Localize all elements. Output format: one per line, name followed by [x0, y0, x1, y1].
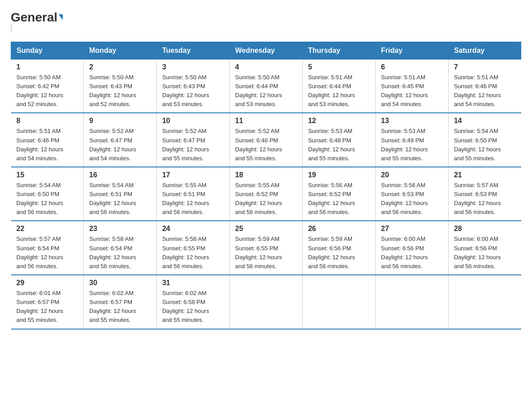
header-wednesday: Wednesday [230, 42, 303, 59]
logo-general-text: General [11, 11, 57, 25]
calendar-cell: 22 Sunrise: 5:57 AMSunset: 6:54 PMDaylig… [11, 221, 84, 275]
day-info: Sunrise: 5:51 AMSunset: 6:45 PMDaylight:… [381, 74, 428, 107]
day-info: Sunrise: 5:57 AMSunset: 6:54 PMDaylight:… [17, 235, 64, 269]
calendar-cell: 7 Sunrise: 5:51 AMSunset: 6:46 PMDayligh… [448, 59, 521, 113]
day-info: Sunrise: 5:57 AMSunset: 6:53 PMDaylight:… [454, 182, 501, 215]
calendar-header-row: SundayMondayTuesdayWednesdayThursdayFrid… [11, 42, 521, 59]
day-info: Sunrise: 5:58 AMSunset: 6:55 PMDaylight:… [162, 235, 209, 269]
week-row-1: 1 Sunrise: 5:50 AMSunset: 6:42 PMDayligh… [11, 59, 521, 113]
day-info: Sunrise: 6:02 AMSunset: 6:57 PMDaylight:… [89, 290, 136, 323]
day-number: 11 [235, 117, 297, 125]
logo-triangle-icon [59, 14, 63, 20]
header-friday: Friday [375, 42, 448, 59]
calendar-cell: 31 Sunrise: 6:02 AMSunset: 6:58 PMDaylig… [157, 275, 230, 329]
calendar-cell: 4 Sunrise: 5:50 AMSunset: 6:44 PMDayligh… [230, 59, 303, 113]
day-info: Sunrise: 5:50 AMSunset: 6:44 PMDaylight:… [235, 74, 282, 107]
day-number: 30 [89, 279, 151, 287]
calendar-cell: 16 Sunrise: 5:54 AMSunset: 6:51 PMDaylig… [84, 167, 157, 221]
day-info: Sunrise: 5:53 AMSunset: 6:48 PMDaylight:… [308, 128, 355, 161]
day-info: Sunrise: 5:56 AMSunset: 6:52 PMDaylight:… [308, 182, 355, 215]
calendar-cell: 8 Sunrise: 5:51 AMSunset: 6:46 PMDayligh… [11, 113, 84, 167]
calendar-cell: 25 Sunrise: 5:59 AMSunset: 6:55 PMDaylig… [230, 221, 303, 275]
day-number: 9 [89, 117, 151, 125]
day-info: Sunrise: 6:00 AMSunset: 6:56 PMDaylight:… [454, 235, 501, 269]
calendar-cell: 17 Sunrise: 5:55 AMSunset: 6:51 PMDaylig… [157, 167, 230, 221]
day-number: 10 [162, 117, 224, 125]
day-number: 8 [17, 117, 78, 125]
day-number: 15 [17, 171, 78, 179]
logo-line-icon [11, 25, 12, 33]
day-info: Sunrise: 5:52 AMSunset: 6:48 PMDaylight:… [235, 128, 282, 161]
day-info: Sunrise: 5:52 AMSunset: 6:47 PMDaylight:… [162, 128, 209, 161]
day-number: 2 [89, 63, 151, 71]
header-tuesday: Tuesday [157, 42, 230, 59]
day-info: Sunrise: 5:55 AMSunset: 6:51 PMDaylight:… [162, 182, 209, 215]
day-number: 6 [381, 63, 443, 71]
day-number: 3 [162, 63, 224, 71]
calendar-cell: 18 Sunrise: 5:55 AMSunset: 6:52 PMDaylig… [230, 167, 303, 221]
day-number: 26 [308, 225, 370, 233]
calendar-cell: 23 Sunrise: 5:58 AMSunset: 6:54 PMDaylig… [84, 221, 157, 275]
calendar-table: SundayMondayTuesdayWednesdayThursdayFrid… [11, 42, 521, 330]
calendar-cell: 19 Sunrise: 5:56 AMSunset: 6:52 PMDaylig… [302, 167, 375, 221]
calendar-cell: 11 Sunrise: 5:52 AMSunset: 6:48 PMDaylig… [230, 113, 303, 167]
calendar-cell: 29 Sunrise: 6:01 AMSunset: 6:57 PMDaylig… [11, 275, 84, 329]
calendar-cell: 28 Sunrise: 6:00 AMSunset: 6:56 PMDaylig… [448, 221, 521, 275]
day-number: 17 [162, 171, 224, 179]
calendar-cell: 27 Sunrise: 6:00 AMSunset: 6:56 PMDaylig… [375, 221, 448, 275]
header-thursday: Thursday [302, 42, 375, 59]
day-info: Sunrise: 5:59 AMSunset: 6:55 PMDaylight:… [235, 235, 282, 269]
calendar-cell: 21 Sunrise: 5:57 AMSunset: 6:53 PMDaylig… [448, 167, 521, 221]
calendar-cell: 1 Sunrise: 5:50 AMSunset: 6:42 PMDayligh… [11, 59, 84, 113]
week-row-4: 22 Sunrise: 5:57 AMSunset: 6:54 PMDaylig… [11, 221, 521, 275]
day-info: Sunrise: 5:50 AMSunset: 6:42 PMDaylight:… [17, 74, 64, 107]
week-row-5: 29 Sunrise: 6:01 AMSunset: 6:57 PMDaylig… [11, 275, 521, 329]
day-number: 18 [235, 171, 297, 179]
day-info: Sunrise: 5:50 AMSunset: 6:43 PMDaylight:… [89, 74, 136, 107]
calendar-cell: 15 Sunrise: 5:54 AMSunset: 6:50 PMDaylig… [11, 167, 84, 221]
day-number: 5 [308, 63, 370, 71]
calendar-cell [375, 275, 448, 329]
day-info: Sunrise: 5:53 AMSunset: 6:49 PMDaylight:… [381, 128, 428, 161]
day-info: Sunrise: 5:54 AMSunset: 6:50 PMDaylight:… [454, 128, 501, 161]
day-number: 27 [381, 225, 443, 233]
day-number: 24 [162, 225, 224, 233]
calendar-cell: 3 Sunrise: 5:50 AMSunset: 6:43 PMDayligh… [157, 59, 230, 113]
calendar-cell: 9 Sunrise: 5:52 AMSunset: 6:47 PMDayligh… [84, 113, 157, 167]
day-info: Sunrise: 6:02 AMSunset: 6:58 PMDaylight:… [162, 290, 209, 323]
day-info: Sunrise: 5:56 AMSunset: 6:53 PMDaylight:… [381, 182, 428, 215]
header-monday: Monday [84, 42, 157, 59]
day-number: 21 [454, 171, 516, 179]
calendar-cell [302, 275, 375, 329]
day-info: Sunrise: 5:51 AMSunset: 6:44 PMDaylight:… [308, 74, 355, 107]
day-info: Sunrise: 5:58 AMSunset: 6:54 PMDaylight:… [89, 235, 136, 269]
day-number: 16 [89, 171, 151, 179]
day-number: 12 [308, 117, 370, 125]
day-info: Sunrise: 5:52 AMSunset: 6:47 PMDaylight:… [89, 128, 136, 161]
day-info: Sunrise: 5:59 AMSunset: 6:56 PMDaylight:… [308, 235, 355, 269]
calendar-cell: 12 Sunrise: 5:53 AMSunset: 6:48 PMDaylig… [302, 113, 375, 167]
calendar-cell: 2 Sunrise: 5:50 AMSunset: 6:43 PMDayligh… [84, 59, 157, 113]
week-row-2: 8 Sunrise: 5:51 AMSunset: 6:46 PMDayligh… [11, 113, 521, 167]
day-info: Sunrise: 5:51 AMSunset: 6:46 PMDaylight:… [17, 128, 64, 161]
calendar-cell: 26 Sunrise: 5:59 AMSunset: 6:56 PMDaylig… [302, 221, 375, 275]
day-number: 25 [235, 225, 297, 233]
calendar-cell: 5 Sunrise: 5:51 AMSunset: 6:44 PMDayligh… [302, 59, 375, 113]
calendar-cell: 20 Sunrise: 5:56 AMSunset: 6:53 PMDaylig… [375, 167, 448, 221]
day-number: 23 [89, 225, 151, 233]
calendar-cell: 13 Sunrise: 5:53 AMSunset: 6:49 PMDaylig… [375, 113, 448, 167]
calendar-cell: 6 Sunrise: 5:51 AMSunset: 6:45 PMDayligh… [375, 59, 448, 113]
day-number: 20 [381, 171, 443, 179]
day-info: Sunrise: 5:50 AMSunset: 6:43 PMDaylight:… [162, 74, 209, 107]
header-saturday: Saturday [448, 42, 521, 59]
day-number: 28 [454, 225, 516, 233]
day-number: 14 [454, 117, 516, 125]
day-number: 29 [17, 279, 78, 287]
day-number: 1 [17, 63, 78, 71]
day-info: Sunrise: 5:51 AMSunset: 6:46 PMDaylight:… [454, 74, 501, 107]
day-number: 7 [454, 63, 516, 71]
day-number: 4 [235, 63, 297, 71]
calendar-cell [230, 275, 303, 329]
day-info: Sunrise: 6:01 AMSunset: 6:57 PMDaylight:… [17, 290, 64, 323]
page-header: General [11, 11, 521, 33]
